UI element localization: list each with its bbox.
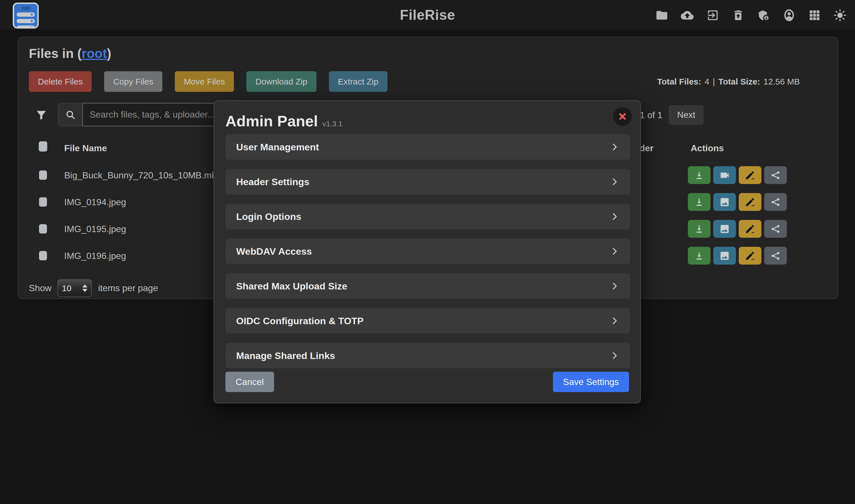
total-files-label: Total Files: [657, 77, 701, 87]
items-per-page-select[interactable]: 10 [57, 279, 92, 297]
file-name[interactable]: IMG_0194.jpeg [64, 197, 126, 207]
filter-icon[interactable] [35, 109, 48, 121]
row-checkbox[interactable] [39, 224, 47, 233]
share-icon [770, 223, 781, 234]
download-file-button[interactable] [688, 193, 711, 211]
preview-image-button[interactable] [713, 193, 736, 211]
modal-version: v1.3.1 [322, 120, 343, 128]
total-size-label: Total Size: [718, 77, 760, 87]
edit-icon [745, 197, 755, 208]
admin-panel-modal: Admin Panel v1.3.1 User Management Heade… [213, 100, 641, 403]
logo-bar [17, 25, 35, 29]
modal-title: Admin Panel [225, 112, 318, 130]
header-icon-group [655, 0, 847, 31]
chevron-right-icon [610, 212, 620, 221]
total-size-value: 12.56 MB [764, 77, 800, 87]
root-folder-link[interactable]: root [82, 46, 107, 61]
share-file-button[interactable] [764, 247, 787, 265]
videocam-icon [719, 170, 730, 181]
preview-video-button[interactable] [713, 166, 736, 184]
admin-shield-icon[interactable] [757, 9, 770, 22]
admin-item-oidc-totp[interactable]: OIDC Configuration & TOTP [225, 308, 630, 334]
chevron-right-icon [610, 142, 620, 152]
share-icon [770, 170, 781, 181]
select-all-checkbox[interactable] [39, 141, 47, 151]
preview-image-button[interactable] [713, 220, 736, 238]
show-label: Show [29, 278, 51, 298]
edit-file-button[interactable] [739, 193, 762, 211]
title-prefix: Files in ( [29, 46, 82, 61]
totals-summary: Total Files: 4 | Total Size: 12.56 MB [657, 71, 800, 92]
edit-icon [745, 250, 755, 261]
chevron-right-icon [610, 316, 620, 326]
app-title: FileRise [400, 7, 455, 23]
page-title: Files in (root) [29, 46, 111, 61]
image-icon [719, 197, 730, 208]
light-mode-icon[interactable] [834, 9, 847, 22]
admin-item-webdav-access[interactable]: WebDAV Access [225, 238, 630, 264]
share-file-button[interactable] [764, 166, 787, 184]
close-icon [618, 112, 627, 121]
file-name[interactable]: IMG_0196.jpeg [64, 250, 126, 261]
download-file-button[interactable] [688, 220, 711, 238]
chevron-right-icon [610, 351, 620, 360]
file-name[interactable]: Big_Buck_Bunny_720_10s_10MB.mkv [64, 170, 221, 180]
column-header-actions: Actions [691, 143, 724, 154]
chevron-right-icon [610, 247, 620, 256]
edit-icon [745, 223, 755, 234]
chevron-right-icon [610, 281, 620, 291]
edit-file-button[interactable] [739, 247, 762, 265]
grid-view-icon[interactable] [808, 9, 821, 22]
restore-trash-icon[interactable] [732, 9, 745, 22]
extract-zip-button[interactable]: Extract Zip [329, 71, 387, 92]
download-zip-button[interactable]: Download Zip [246, 71, 316, 92]
logo-slot [21, 6, 30, 10]
copy-files-button[interactable]: Copy Files [104, 71, 162, 92]
filerise-logo[interactable] [13, 2, 39, 29]
share-icon [770, 250, 781, 261]
logo-bar [17, 13, 35, 17]
file-actions-toolbar: Delete Files Copy Files Move Files Downl… [29, 71, 387, 92]
file-name[interactable]: IMG_0195.jpeg [64, 223, 126, 234]
top-header-bar: FileRise [0, 0, 855, 31]
download-file-button[interactable] [688, 247, 711, 265]
row-checkbox[interactable] [39, 170, 47, 180]
cancel-button[interactable]: Cancel [225, 372, 274, 392]
share-file-button[interactable] [764, 193, 787, 211]
stats-divider: | [713, 77, 715, 87]
save-settings-button[interactable]: Save Settings [553, 372, 629, 392]
next-page-button[interactable]: Next [669, 105, 704, 125]
admin-item-manage-shared-links[interactable]: Manage Shared Links [225, 343, 630, 368]
edit-icon [745, 170, 755, 181]
preview-image-button[interactable] [713, 247, 736, 265]
edit-file-button[interactable] [739, 220, 762, 238]
title-suffix: ) [107, 46, 111, 61]
edit-file-button[interactable] [739, 166, 762, 184]
admin-item-shared-max-upload-size[interactable]: Shared Max Upload Size [225, 273, 630, 299]
cloud-upload-icon[interactable] [681, 9, 694, 22]
search-icon [58, 103, 82, 126]
admin-item-header-settings[interactable]: Header Settings [225, 169, 630, 195]
image-icon [719, 250, 730, 261]
delete-files-button[interactable]: Delete Files [29, 71, 92, 92]
user-profile-icon[interactable] [783, 9, 796, 22]
move-files-button[interactable]: Move Files [175, 71, 234, 92]
sign-in-icon[interactable] [706, 9, 719, 22]
modal-header: Admin Panel v1.3.1 [225, 112, 343, 130]
chevron-right-icon [610, 177, 620, 186]
items-per-page-value: 10 [62, 284, 71, 293]
share-icon [770, 197, 781, 208]
select-spinner-icon [82, 284, 87, 292]
items-per-page-label: items per page [98, 278, 158, 298]
admin-item-user-management[interactable]: User Management [225, 134, 630, 160]
share-file-button[interactable] [764, 220, 787, 238]
row-checkbox[interactable] [39, 197, 47, 206]
download-file-button[interactable] [688, 166, 711, 184]
row-checkbox[interactable] [39, 251, 47, 260]
column-header-file-name[interactable]: File Name [64, 143, 107, 154]
folder-icon[interactable] [655, 9, 668, 22]
close-modal-button[interactable] [613, 107, 632, 126]
image-icon [719, 223, 730, 234]
admin-item-login-options[interactable]: Login Options [225, 204, 630, 229]
total-files-value: 4 [704, 77, 709, 87]
